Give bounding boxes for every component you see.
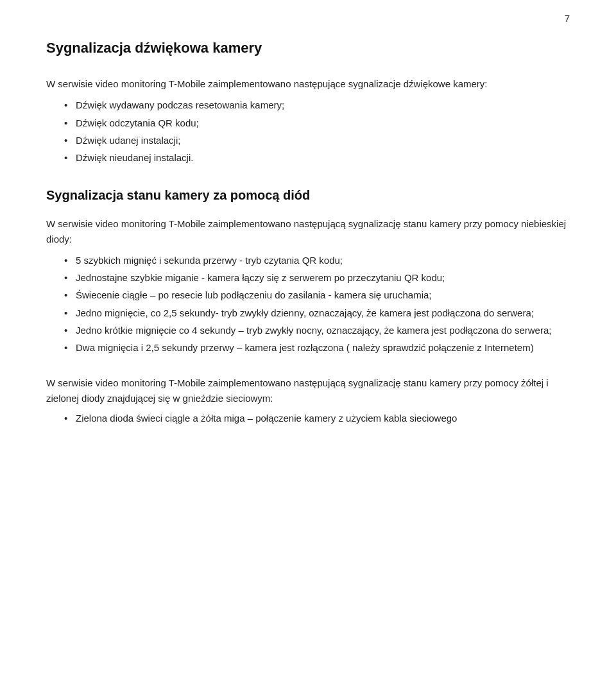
section1-bullet-list: Dźwięk wydawany podczas resetowania kame… (64, 98, 570, 165)
section2-title: Sygnalizacja stanu kamery za pomocą diód (46, 185, 570, 205)
section3-intro: W serwisie video monitoring T-Mobile zai… (46, 375, 570, 406)
page: 7 Sygnalizacja dźwiękowa kamery W serwis… (0, 0, 616, 679)
section2-bullet-list: 5 szybkich mignięć i sekunda przerwy - t… (64, 253, 570, 356)
list-item: Dwa mignięcia i 2,5 sekundy przerwy – ka… (64, 340, 570, 355)
section3-bullet-list: Zielona dioda świeci ciągle a żółta miga… (64, 411, 570, 425)
list-item: Świecenie ciągłe – po resecie lub podłąc… (64, 288, 570, 302)
section2-intro: W serwisie video monitoring T-Mobile zai… (46, 216, 570, 246)
list-item: Jedno mignięcie, co 2,5 sekundy- tryb zw… (64, 305, 570, 320)
list-item: Dźwięk udanej instalacji; (64, 133, 570, 148)
list-item: Dźwięk wydawany podczas resetowania kame… (64, 98, 570, 112)
list-item: Jednostajne szybkie miganie - kamera łąc… (64, 270, 570, 285)
page-number: 7 (565, 12, 570, 26)
section1-title: Sygnalizacja dźwiękowa kamery (46, 37, 570, 58)
list-item: Dźwięk odczytania QR kodu; (64, 116, 570, 130)
list-item: Zielona dioda świeci ciągle a żółta miga… (64, 411, 570, 425)
list-item: 5 szybkich mignięć i sekunda przerwy - t… (64, 253, 570, 268)
section1-intro: W serwisie video monitoring T-Mobile zai… (46, 76, 570, 91)
list-item: Dźwięk nieudanej instalacji. (64, 150, 570, 165)
list-item: Jedno krótkie mignięcie co 4 sekundy – t… (64, 323, 570, 338)
